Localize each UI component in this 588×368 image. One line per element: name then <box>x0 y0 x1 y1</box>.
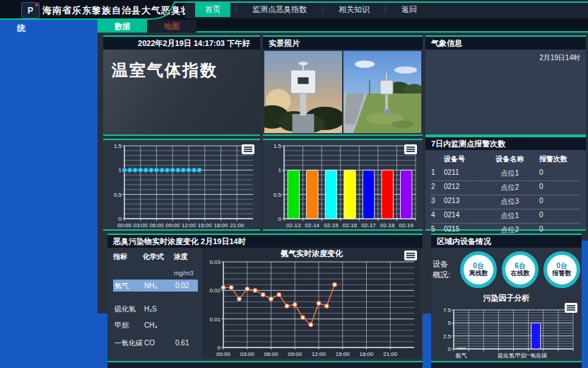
column-concentration: 浓度 mg/m3 <box>174 252 198 277</box>
table-row: 30213点位30 <box>431 195 580 209</box>
tab-underline <box>196 31 588 33</box>
chart-toolbox-icon[interactable] <box>404 251 417 260</box>
device-stat-badge-2: 6台在线数 <box>502 251 539 288</box>
device-stat-badge-1: 0台离线数 <box>460 251 497 288</box>
svg-text:5: 5 <box>448 320 452 326</box>
blue-sliver-mid <box>423 314 431 368</box>
svg-text:1: 1 <box>278 167 282 173</box>
side-strip: 统 <box>0 20 98 368</box>
blue-sliver-left <box>98 314 107 368</box>
svg-text:15:00: 15:00 <box>198 222 213 229</box>
nav-item-3[interactable]: 相关知识 <box>329 2 380 17</box>
svg-text:00:00: 00:00 <box>216 351 231 357</box>
svg-text:09:00: 09:00 <box>288 351 302 357</box>
svg-text:21:00: 21:00 <box>230 222 245 229</box>
svg-text:1: 1 <box>119 167 122 173</box>
chart-toolbox-icon[interactable] <box>404 144 417 154</box>
svg-text:02-13: 02-13 <box>286 222 301 229</box>
svg-text:02-16: 02-16 <box>343 222 358 229</box>
svg-text:06:00: 06:00 <box>264 351 278 357</box>
dashboard-page: P 海南省乐东黎族自治县大气恶臭状况实时发布系 首页监测点恶臭指数相关知识返回 … <box>0 0 588 368</box>
table-row: 20212点位20 <box>431 181 580 195</box>
photos-panel-title: 实景照片 <box>263 37 423 50</box>
daily-index-chart-panel: 00.511.502-1302-1402-1502-1602-1702-1802… <box>263 139 423 231</box>
column-alarm-count: 报警次数 <box>535 154 580 164</box>
tab-2[interactable]: 地图 <box>147 20 196 33</box>
weather-panel-title: 气象信息 <box>425 37 586 50</box>
nav-separator <box>236 6 237 13</box>
alarm-panel-title: 7日内监测点报警次数 <box>425 137 586 150</box>
header-bar: P 海南省乐东黎族自治县大气恶臭状况实时发布系 首页监测点恶臭指数相关知识返回 <box>0 0 588 20</box>
site-photo-1 <box>264 51 342 133</box>
factor-analysis-chart-area: 02.557.5氨气硫化氢甲烷一氧化碳 <box>433 304 580 360</box>
column-device-name: 设备名称 <box>485 154 535 164</box>
nav-separator <box>322 6 323 13</box>
device-overview-label: 设备概况: <box>433 259 455 280</box>
devices-panel: 区域内设备情况 设备概况: 0台离线数6台在线数0台报警数 污染因子分析 02.… <box>431 234 582 362</box>
odor-panel-title: 恶臭污染物实时浓度变化 2月19日14时 <box>107 235 423 248</box>
svg-text:02-19: 02-19 <box>399 222 413 229</box>
svg-text:02-14: 02-14 <box>305 222 320 229</box>
weather-panel: 气象信息 2月19日14时 <box>425 35 586 136</box>
device-stats: 0台离线数6台在线数0台报警数 <box>455 251 580 288</box>
nav-separator <box>385 6 386 13</box>
nav-item-1[interactable]: 首页 <box>195 2 230 17</box>
svg-text:02-18: 02-18 <box>380 222 395 229</box>
weather-body: 2月19日14时 <box>425 50 586 134</box>
datetime-text: 2022年2月19日 14:17:03 下午好 <box>103 37 260 50</box>
blue-sliver-right <box>582 241 588 368</box>
hourly-index-chart-panel: 00.511.500:0003:0006:0009:0012:0015:0018… <box>103 139 260 231</box>
chart-toolbox-icon[interactable] <box>565 303 577 313</box>
greeting-panel: 2022年2月19日 14:17:03 下午好 温室气体指数 <box>103 35 260 136</box>
svg-text:0: 0 <box>119 216 122 222</box>
tab-1[interactable]: 数据 <box>98 20 147 33</box>
svg-text:0.01: 0.01 <box>209 316 220 323</box>
svg-text:12:00: 12:00 <box>312 351 327 357</box>
svg-text:1.5: 1.5 <box>274 143 282 149</box>
svg-text:0: 0 <box>448 346 452 352</box>
svg-text:0.02: 0.02 <box>209 287 220 294</box>
alarm-count-panel: 7日内监测点报警次数 设备号 设备名称 报警次数 10211点位1020212点… <box>425 136 586 231</box>
factor-analysis-chart: 02.557.5氨气硫化氢甲烷一氧化碳 <box>433 304 580 360</box>
daily-index-chart: 00.511.502-1302-1402-1502-1602-1702-1802… <box>263 140 423 229</box>
photos-panel: 实景照片 <box>263 35 423 136</box>
factor-analysis-title: 污染因子分析 <box>431 293 582 304</box>
svg-text:氨气: 氨气 <box>456 352 467 359</box>
svg-text:09:00: 09:00 <box>165 222 180 229</box>
odor-table-header: 指标 化学式 浓度 mg/m3 <box>113 252 198 277</box>
main-nav: 首页监测点恶臭指数相关知识返回 <box>185 0 588 18</box>
svg-text:18:00: 18:00 <box>359 351 374 357</box>
svg-text:1.5: 1.5 <box>114 143 122 149</box>
table-row: 40214点位10 <box>431 209 580 224</box>
svg-text:18:00: 18:00 <box>213 222 228 229</box>
ammonia-trend-chart: 00.010.020.0300:0003:0006:0009:0012:0015… <box>202 248 421 358</box>
device-overview: 设备概况: 0台离线数6台在线数0台报警数 <box>431 248 582 292</box>
svg-text:02-15: 02-15 <box>324 222 339 229</box>
svg-text:06:00: 06:00 <box>149 222 164 229</box>
svg-text:21:00: 21:00 <box>383 351 398 357</box>
svg-text:氨气实时浓度变化: 氨气实时浓度变化 <box>280 249 343 258</box>
nav-item-4[interactable]: 返回 <box>392 2 427 17</box>
ammonia-chart-area: 00.010.020.0300:0003:0006:0009:0012:0015… <box>202 248 421 358</box>
svg-text:12:00: 12:00 <box>182 222 196 229</box>
device-stat-badge-3: 0台报警数 <box>543 251 580 288</box>
greenhouse-gas-headline: 温室气体指数 <box>103 50 260 81</box>
concentration-unit: mg/m3 <box>174 270 198 277</box>
svg-text:0: 0 <box>218 345 221 351</box>
alarm-table: 设备号 设备名称 报警次数 10211点位1020212点位2030213点位3… <box>425 150 586 229</box>
chart-toolbox-icon[interactable] <box>242 144 254 154</box>
nav-item-2[interactable]: 监测点恶臭指数 <box>242 2 317 17</box>
svg-text:硫化氢: 硫化氢 <box>498 352 514 359</box>
svg-text:2.5: 2.5 <box>443 333 452 340</box>
column-formula: 化学式 <box>143 252 174 277</box>
site-photo-2 <box>343 51 421 133</box>
svg-text:0.5: 0.5 <box>274 192 282 198</box>
odor-row[interactable]: 一氧化碳CO0.61 <box>113 337 198 349</box>
odor-row[interactable]: 硫化氢H₂S <box>113 303 198 315</box>
odor-row[interactable]: 氨气NH₃0.02 <box>113 280 198 292</box>
hourly-index-chart: 00.511.500:0003:0006:0009:0012:0015:0018… <box>103 140 260 229</box>
svg-text:03:00: 03:00 <box>240 351 255 357</box>
odor-row[interactable]: 甲烷CH₄ <box>113 319 198 331</box>
alarm-table-header: 设备号 设备名称 报警次数 <box>431 153 580 167</box>
svg-text:0.03: 0.03 <box>209 259 220 265</box>
